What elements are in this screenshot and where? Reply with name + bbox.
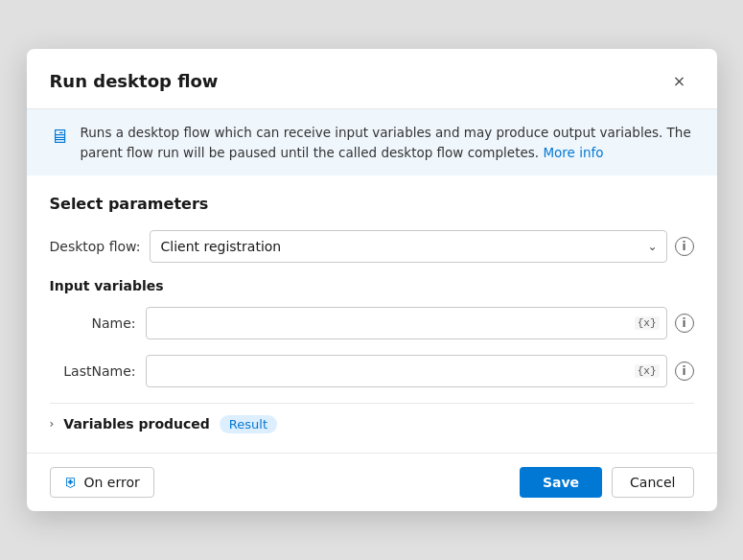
- more-info-link[interactable]: More info: [543, 145, 603, 160]
- shield-icon: ⛨: [64, 475, 78, 490]
- desktop-flow-row: Desktop flow: Client registration ⌄ i: [50, 230, 694, 263]
- input-variables-label: Input variables: [50, 278, 694, 293]
- lastname-label: LastName:: [50, 363, 136, 379]
- lastname-input-wrapper: {x}: [146, 355, 667, 387]
- info-banner: 🖥 Runs a desktop flow which can receive …: [27, 109, 717, 175]
- variables-produced-row: › Variables produced Result: [50, 403, 694, 443]
- name-input[interactable]: [146, 307, 667, 339]
- run-desktop-flow-dialog: Run desktop flow × 🖥 Runs a desktop flow…: [27, 49, 717, 511]
- close-button[interactable]: ×: [665, 66, 694, 95]
- dialog-title: Run desktop flow: [50, 71, 219, 91]
- lastname-info-icon[interactable]: i: [675, 362, 694, 381]
- section-title: Select parameters: [50, 195, 694, 213]
- desktop-flow-select[interactable]: Client registration: [150, 230, 666, 263]
- desktop-flow-control-wrapper: Client registration ⌄ i: [150, 230, 693, 263]
- on-error-label: On error: [84, 475, 140, 490]
- desktop-flow-select-wrapper: Client registration ⌄: [150, 230, 666, 263]
- name-label: Name:: [50, 315, 136, 331]
- on-error-button[interactable]: ⛨ On error: [50, 467, 154, 498]
- name-field-row: Name: {x} i: [50, 307, 694, 339]
- name-input-wrapper: {x}: [146, 307, 667, 339]
- variables-produced-label: Variables produced: [63, 416, 210, 432]
- result-badge: Result: [220, 415, 277, 433]
- cancel-button[interactable]: Cancel: [612, 467, 693, 498]
- dialog-footer: ⛨ On error Save Cancel: [27, 453, 717, 511]
- chevron-right-icon[interactable]: ›: [50, 417, 55, 431]
- info-banner-text: Runs a desktop flow which can receive in…: [81, 123, 694, 162]
- footer-right: Save Cancel: [520, 467, 694, 498]
- lastname-field-row: LastName: {x} i: [50, 355, 694, 387]
- desktop-flow-label: Desktop flow:: [50, 239, 141, 254]
- save-button[interactable]: Save: [520, 467, 602, 498]
- name-control-wrapper: {x} i: [146, 307, 694, 339]
- name-info-icon[interactable]: i: [675, 314, 694, 333]
- desktop-flow-info-icon[interactable]: i: [675, 237, 694, 256]
- monitor-icon: 🖥: [50, 125, 69, 148]
- lastname-control-wrapper: {x} i: [146, 355, 694, 387]
- dialog-body: Select parameters Desktop flow: Client r…: [27, 175, 717, 453]
- dialog-header: Run desktop flow ×: [27, 49, 717, 109]
- lastname-input[interactable]: [146, 355, 667, 387]
